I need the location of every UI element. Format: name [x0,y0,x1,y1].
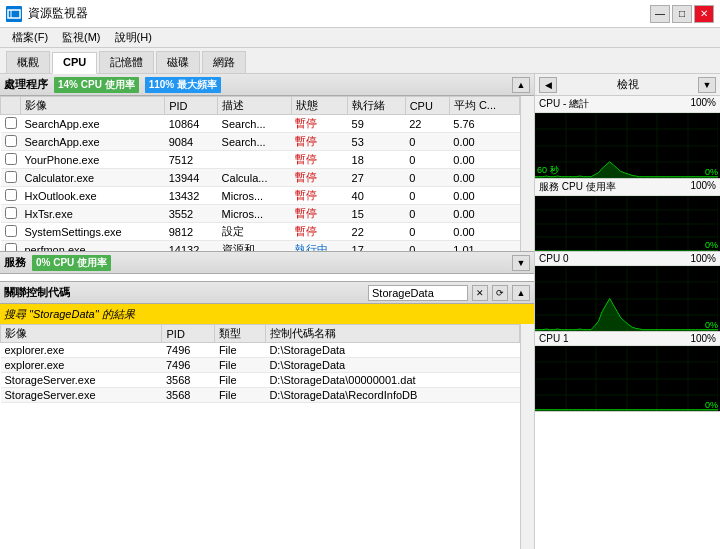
right-panel-header: ◀ 檢視 ▼ [535,74,720,96]
row-image: SearchApp.exe [21,115,165,133]
graph-pct-top-3: 100% [690,333,716,344]
graph-canvas-wrap-2: 0% [535,266,720,331]
graph-label-3: CPU 1100% [535,332,720,346]
graph-section-2: CPU 0100%0% [535,252,720,332]
row-check[interactable] [1,133,21,151]
row-check[interactable] [1,205,21,223]
menu-file[interactable]: 檔案(F) [6,29,54,46]
service-collapse-btn[interactable]: ▼ [512,255,530,271]
assoc-row-pid: 3568 [162,373,215,388]
close-button[interactable]: ✕ [694,5,714,23]
row-check[interactable] [1,241,21,252]
graph-canvas-wrap-3: 0% [535,346,720,411]
row-pid: 13944 [165,169,218,187]
row-avg: 1.01 [449,241,519,252]
tab-overview[interactable]: 概觀 [6,51,50,73]
graph-label-0: CPU - 總計100% [535,96,720,113]
graph-label-1: 服務 CPU 使用率100% [535,179,720,196]
row-status: 暫停 [291,169,347,187]
col-desc: 描述 [218,97,292,115]
assoc-search-btn[interactable]: ⟳ [492,285,508,301]
assoc-clear-btn[interactable]: ✕ [472,285,488,301]
graph-pct-bottom-3: 0% [705,400,718,410]
graph-pct-bottom-2: 0% [705,320,718,330]
menu-help[interactable]: 說明(H) [109,29,158,46]
row-status: 暫停 [291,115,347,133]
graph-pct-top-2: 100% [690,253,716,264]
row-cpu: 0 [405,151,449,169]
table-row: HxTsr.exe 3552 Micros... 暫停 15 0 0.00 [1,205,520,223]
table-row: SearchApp.exe 9084 Search... 暫停 53 0 0.0… [1,133,520,151]
assoc-row-handle: D:\StorageData\RecordInfoDB [265,388,519,403]
minimize-button[interactable]: — [650,5,670,23]
list-item: explorer.exe 7496 File D:\StorageData [1,343,520,358]
assoc-search-input[interactable] [368,285,468,301]
assoc-section-title: 關聯控制代碼 [4,285,70,300]
tab-disk[interactable]: 磁碟 [156,51,200,73]
graph-canvas-3 [535,346,718,411]
cpu-speed-badge: 110% 最大頻率 [145,77,221,93]
list-item: StorageServer.exe 3568 File D:\StorageDa… [1,373,520,388]
table-row: SystemSettings.exe 9812 設定 暫停 22 0 0.00 [1,223,520,241]
menu-bar: 檔案(F) 監視(M) 說明(H) [0,28,720,48]
process-scrollbar[interactable] [520,96,534,251]
graph-name-2: CPU 0 [539,253,568,264]
view-dropdown-button[interactable]: ▼ [698,77,716,93]
app-icon [6,6,22,22]
row-image: YourPhone.exe [21,151,165,169]
row-desc: Search... [218,115,292,133]
assoc-scrollbar[interactable] [520,324,534,549]
graph-name-1: 服務 CPU 使用率 [539,180,616,194]
process-section: 處理程序 14% CPU 使用率 110% 最大頻率 ▲ 影像 [0,74,534,252]
process-section-header: 處理程序 14% CPU 使用率 110% 最大頻率 ▲ [0,74,534,96]
cpu-usage-badge: 14% CPU 使用率 [54,77,139,93]
row-image: Calculator.exe [21,169,165,187]
row-cpu: 0 [405,187,449,205]
graph-canvas-1 [535,196,718,251]
tab-cpu[interactable]: CPU [52,52,97,74]
graph-name-3: CPU 1 [539,333,568,344]
row-avg: 0.00 [449,205,519,223]
row-check[interactable] [1,115,21,133]
graph-pct-top-1: 100% [690,180,716,194]
row-avg: 0.00 [449,151,519,169]
assoc-row-pid: 7496 [162,358,215,373]
maximize-button[interactable]: □ [672,5,692,23]
row-check[interactable] [1,223,21,241]
service-section: 服務 0% CPU 使用率 ▼ [0,252,534,282]
assoc-header: 關聯控制代碼 ✕ ⟳ ▲ [0,282,534,304]
process-collapse-btn[interactable]: ▲ [512,77,530,93]
row-check[interactable] [1,151,21,169]
row-image: HxOutlook.exe [21,187,165,205]
title-bar: 資源監視器 — □ ✕ [0,0,720,28]
row-cpu: 0 [405,241,449,252]
row-check[interactable] [1,169,21,187]
graph-pct-top-0: 100% [690,97,716,111]
service-section-title: 服務 [4,255,26,270]
col-cpu: CPU [405,97,449,115]
assoc-collapse-btn[interactable]: ▲ [512,285,530,301]
tab-memory[interactable]: 記憶體 [99,51,154,73]
row-status: 暫停 [291,151,347,169]
table-row: HxOutlook.exe 13432 Micros... 暫停 40 0 0.… [1,187,520,205]
service-section-header: 服務 0% CPU 使用率 ▼ [0,252,534,274]
row-status: 暫停 [291,133,347,151]
assoc-row-type: File [215,358,266,373]
row-pid: 3552 [165,205,218,223]
assoc-row-image: StorageServer.exe [1,388,162,403]
menu-monitor[interactable]: 監視(M) [56,29,107,46]
assoc-col-image: 影像 [1,325,162,343]
graph-canvas-2 [535,266,718,331]
row-desc: 設定 [218,223,292,241]
right-nav-button[interactable]: ◀ [539,77,557,93]
assoc-row-type: File [215,388,266,403]
row-threads: 17 [348,241,406,252]
assoc-col-type: 類型 [215,325,266,343]
tab-network[interactable]: 網路 [202,51,246,73]
col-image: 影像 [21,97,165,115]
row-pid: 7512 [165,151,218,169]
row-check[interactable] [1,187,21,205]
row-desc: Calcula... [218,169,292,187]
graphs-container: CPU - 總計100%60 秒0%服務 CPU 使用率100%0%CPU 01… [535,96,720,412]
process-table: 影像 PID 描述 狀態 執行緒 CPU 平均 C... SearchApp.e… [0,96,520,251]
